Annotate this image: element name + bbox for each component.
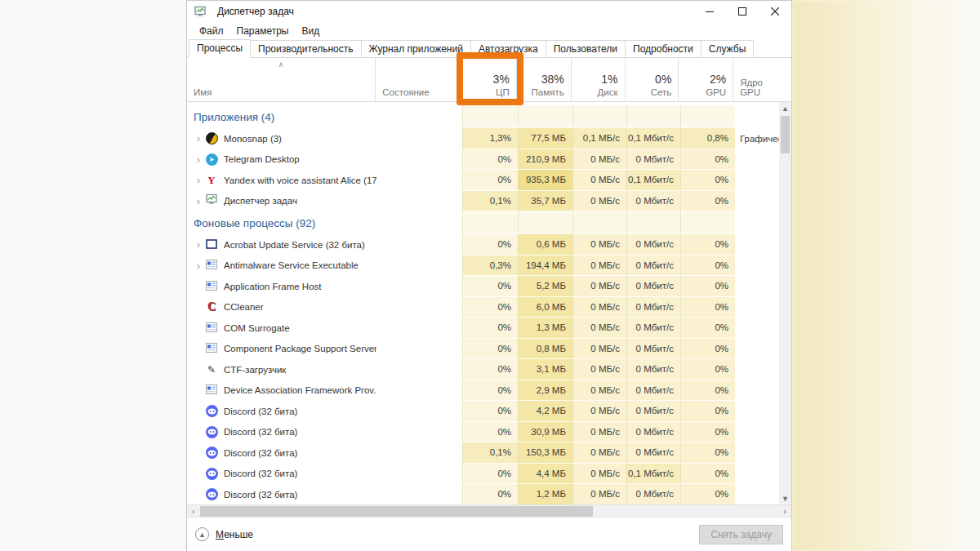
close-button[interactable] xyxy=(759,1,791,22)
process-name: Discord (32 бита) xyxy=(224,469,297,478)
cell-status xyxy=(376,339,462,360)
menu-item-2[interactable]: Вид xyxy=(296,24,325,38)
cell-mem: 0,8 МБ xyxy=(518,339,572,360)
vertical-scrollbar[interactable]: ▲ ▼ xyxy=(779,102,791,504)
process-row[interactable]: ›COM Surrogate0%1,3 МБ0 МБ/с0 Мбит/с0% xyxy=(187,318,791,339)
cell-gpu: 0% xyxy=(680,339,735,360)
maximize-button[interactable] xyxy=(726,1,759,22)
cell-gpu-engine xyxy=(735,401,781,422)
cell-status xyxy=(376,128,462,149)
process-name: Discord (32 бита) xyxy=(224,407,297,416)
scroll-left-icon[interactable]: ‹ xyxy=(187,507,200,516)
cell-gpu-engine xyxy=(735,442,781,464)
process-name: COM Surrogate xyxy=(224,323,290,333)
menu-bar: ФайлПараметрыВид xyxy=(187,22,791,39)
process-row[interactable]: ›Application Frame Host0%5,2 МБ0 МБ/с0 М… xyxy=(187,276,791,297)
cell-mem: 3,1 МБ xyxy=(518,359,572,380)
menu-item-0[interactable]: Файл xyxy=(194,24,229,38)
process-row[interactable]: ›Discord (32 бита)0,1%150,3 МБ0 МБ/с0 Мб… xyxy=(187,442,791,464)
column-header-cpu[interactable]: 3%ЦП xyxy=(461,58,517,101)
process-row[interactable]: ›Monosnap (3)1,3%77,5 МБ0,1 МБ/с0,1 Мбит… xyxy=(187,128,791,149)
window-outline-icon xyxy=(206,238,217,251)
cell-disk: 0 МБ/с xyxy=(572,484,626,504)
process-row[interactable]: ›Device Association Framework Prov...0%2… xyxy=(187,380,791,402)
cell-cpu: 0,1% xyxy=(462,442,518,464)
process-row[interactable]: ›CCCleaner0%6,0 МБ0 МБ/с0 Мбит/с0% xyxy=(187,297,791,318)
cell-disk: 0 МБ/с xyxy=(572,170,626,191)
cell-gpu: 0% xyxy=(680,380,735,402)
tab-6[interactable]: Службы xyxy=(701,40,754,57)
cell-mem: 30,9 МБ xyxy=(518,422,572,443)
cell-gpu: 0% xyxy=(680,276,735,297)
horizontal-scroll-thumb[interactable] xyxy=(200,506,593,517)
cell-status xyxy=(376,191,462,212)
end-task-button[interactable]: Снять задачу xyxy=(699,525,783,544)
scroll-down-icon[interactable]: ▼ xyxy=(779,492,791,504)
cell-mem: 150,3 МБ xyxy=(518,442,572,464)
expand-chevron-icon[interactable]: › xyxy=(192,238,205,251)
expand-chevron-icon[interactable]: › xyxy=(192,132,205,144)
tab-4[interactable]: Пользователи xyxy=(546,40,626,57)
cell-cpu: 0% xyxy=(462,234,518,256)
horizontal-scrollbar[interactable]: ‹ › xyxy=(187,504,791,517)
title-bar[interactable]: Диспетчер задач xyxy=(187,1,791,22)
column-header-network[interactable]: 0%Сеть xyxy=(626,58,679,101)
process-row[interactable]: ›✎CTF-загрузчик0%3,1 МБ0 МБ/с0 Мбит/с0% xyxy=(187,359,791,380)
cell-cpu: 0% xyxy=(462,297,518,318)
column-header-gpu-engine[interactable]: Ядро GPU xyxy=(733,58,779,101)
scroll-right-icon[interactable]: › xyxy=(778,507,791,516)
process-row[interactable]: ›➤Telegram Desktop0%210,9 МБ0 МБ/с0 Мбит… xyxy=(187,149,791,171)
column-header-name[interactable]: ∧ Имя xyxy=(187,58,376,101)
expand-chevron-icon[interactable]: › xyxy=(192,174,205,186)
process-name: Discord (32 бита) xyxy=(224,427,297,437)
expand-chevron-icon[interactable]: › xyxy=(192,153,205,166)
group-label: Фоновые процессы (92) xyxy=(187,217,315,229)
cell-gpu: 0% xyxy=(680,170,735,191)
group-label: Приложения (4) xyxy=(187,111,274,123)
cell-mem: 935,3 МБ xyxy=(518,170,572,191)
process-row[interactable]: ›Discord (32 бита)0%1,2 МБ0 МБ/с0 Мбит/с… xyxy=(187,484,791,504)
minimize-button[interactable] xyxy=(693,1,726,22)
process-row[interactable]: ›Antimalware Service Executable0,3%194,4… xyxy=(187,256,791,277)
cell-mem: 0,6 МБ xyxy=(518,234,572,256)
cell-gpu-engine xyxy=(735,359,781,380)
cell-gpu: 0% xyxy=(680,359,735,380)
expand-chevron-icon[interactable]: › xyxy=(192,260,205,272)
menu-item-1[interactable]: Параметры xyxy=(231,24,295,38)
column-header-gpu[interactable]: 2%GPU xyxy=(679,58,733,101)
cell-cpu xyxy=(462,211,518,234)
process-row[interactable]: ›Диспетчер задач0,1%35,7 МБ0 МБ/с0 Мбит/… xyxy=(187,191,791,212)
scroll-up-icon[interactable]: ▲ xyxy=(779,102,791,114)
tab-5[interactable]: Подробности xyxy=(625,40,702,57)
cell-disk xyxy=(572,105,626,128)
process-row[interactable]: ›YYandex with voice assistant Alice (17)… xyxy=(187,170,791,191)
column-header-memory[interactable]: 38%Память xyxy=(517,58,572,101)
cell-mem: 6,0 МБ xyxy=(518,297,572,318)
column-header-status[interactable]: Состояние xyxy=(376,58,461,101)
tab-1[interactable]: Производительность xyxy=(250,40,361,57)
expand-chevron-icon[interactable]: › xyxy=(192,195,205,207)
process-row[interactable]: ›Component Package Support Server0%0,8 М… xyxy=(187,339,791,360)
tab-0[interactable]: Процессы xyxy=(189,39,251,58)
blurred-backdrop xyxy=(792,0,980,551)
cell-gpu: 0% xyxy=(680,484,735,504)
process-row[interactable]: ›Discord (32 бита)0%30,9 МБ0 МБ/с0 Мбит/… xyxy=(187,422,791,443)
process-row[interactable]: ›Discord (32 бита)0%4,2 МБ0 МБ/с0 Мбит/с… xyxy=(187,401,791,422)
group-row[interactable]: Фоновые процессы (92) xyxy=(187,211,791,234)
cell-net xyxy=(626,105,680,128)
cell-disk: 0 МБ/с xyxy=(572,318,626,339)
cell-mem: 5,2 МБ xyxy=(518,276,572,297)
column-header-disk[interactable]: 1%Диск xyxy=(572,58,626,101)
cell-disk: 0 МБ/с xyxy=(572,276,626,297)
process-row[interactable]: ›Acrobat Update Service (32 бита)0%0,6 М… xyxy=(187,234,791,256)
fewer-details-button[interactable]: ▲ Меньше xyxy=(195,527,253,541)
tab-3[interactable]: Автозагрузка xyxy=(470,40,546,57)
cell-gpu: 0% xyxy=(680,234,735,256)
desktop-background: Диспетчер задач ФайлПараметрыВид Процесс… xyxy=(0,0,980,551)
group-row[interactable]: Приложения (4) xyxy=(187,105,791,128)
cell-gpu: 0% xyxy=(680,256,735,277)
tab-2[interactable]: Журнал приложений xyxy=(361,40,471,57)
process-row[interactable]: ›Discord (32 бита)0%4,4 МБ0 МБ/с0,1 Мбит… xyxy=(187,464,791,485)
vertical-scroll-thumb[interactable] xyxy=(781,116,790,153)
cell-net: 0 Мбит/с xyxy=(626,191,680,212)
